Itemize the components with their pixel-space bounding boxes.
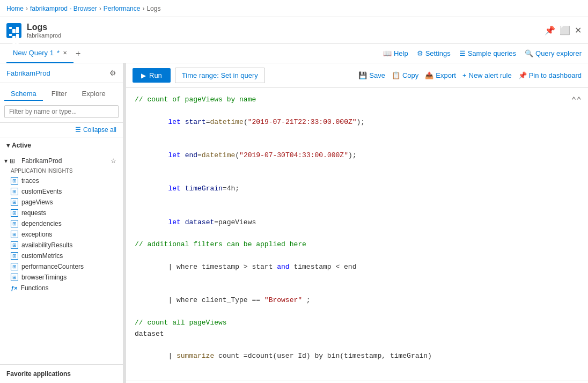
- table-icon: ⊞: [11, 220, 18, 227]
- fabrikam-group: ▾ ⊞ FabrikamProd ☆ APPLICATION INSIGHTS …: [0, 153, 123, 296]
- favorite-apps-section: Favorite applications: [0, 364, 123, 383]
- sidebar-item-requests[interactable]: ⊞ requests: [4, 208, 123, 218]
- new-alert-button[interactable]: + New alert rule: [462, 71, 512, 79]
- schema-tab[interactable]: Schema: [4, 87, 43, 101]
- collapse-all-button[interactable]: ☰ Collapse all: [0, 123, 123, 137]
- favorite-star-icon[interactable]: ☆: [111, 157, 116, 165]
- sidebar-header: FabrikamProd ⚙: [0, 63, 123, 83]
- help-button[interactable]: 📖 Help: [383, 49, 408, 57]
- tab-bar-actions: 📖 Help ⚙ Settings ☰ Sample queries 🔍 Que…: [383, 49, 582, 57]
- time-range-button[interactable]: Time range: Set in query: [175, 68, 265, 83]
- query-explorer-button[interactable]: 🔍 Query explorer: [525, 49, 582, 57]
- toolbar-right-actions: 💾 Save 📋 Copy 📤 Export + New alert rule …: [358, 71, 582, 79]
- time-range-prefix: Time range:: [182, 71, 219, 79]
- sidebar-item-functions[interactable]: ƒ× Functions: [4, 283, 123, 293]
- code-line-2: let start=datetime("2019-07-21T22:33:00.…: [135, 106, 579, 139]
- code-line-6: // additional filters can be applied her…: [135, 239, 579, 251]
- code-line-1: // count of pageViews by name: [135, 94, 579, 106]
- sidebar-item-traces[interactable]: ⊞ traces: [4, 175, 123, 186]
- results-bar: Completed 🕐 00:00:03.968 ⊞ 51 records 🗑: [126, 380, 588, 383]
- fabrikam-group-header[interactable]: ▾ ⊞ FabrikamProd ☆: [0, 156, 123, 166]
- settings-button[interactable]: ⚙ Settings: [417, 49, 451, 57]
- item-label: traces: [21, 177, 39, 185]
- alert-icon: +: [462, 71, 467, 79]
- table-icon: ⊞: [11, 263, 18, 270]
- sidebar-item-pageviews[interactable]: ⊞ pageViews: [4, 197, 123, 208]
- explore-tab[interactable]: Explore: [76, 87, 112, 101]
- search-input[interactable]: [4, 105, 119, 118]
- breadcrumb-sep1: ›: [26, 5, 28, 12]
- filter-tab[interactable]: Filter: [45, 87, 74, 101]
- save-button[interactable]: 💾 Save: [358, 71, 385, 79]
- app-title-text: Logs fabrikamprod: [27, 23, 61, 39]
- query-tab-1[interactable]: New Query 1 * ✕: [6, 44, 74, 63]
- copy-icon: 📋: [392, 71, 400, 79]
- group-database-icon: ⊞: [10, 157, 15, 165]
- code-line-11: | summarize count =dcount(user Id) by bi…: [135, 340, 579, 373]
- sidebar-item-availabilityresults[interactable]: ⊞ availabilityResults: [4, 240, 123, 251]
- query-explorer-icon: 🔍: [525, 49, 533, 57]
- collapse-all-label: Collapse all: [83, 126, 116, 134]
- play-icon: ▶: [141, 72, 146, 79]
- app-title: Logs: [27, 23, 61, 32]
- settings-icon: ⚙: [417, 49, 423, 57]
- breadcrumb-performance[interactable]: Performance: [104, 5, 141, 12]
- table-icon: ⊞: [11, 274, 18, 281]
- code-collapse-button[interactable]: ⌃⌃: [571, 94, 582, 108]
- add-tab-button[interactable]: +: [76, 49, 80, 58]
- main-content: FabrikamProd ⚙ Schema Filter Explore ☰ C…: [0, 63, 588, 383]
- export-button[interactable]: 📤 Export: [425, 71, 456, 79]
- sample-queries-icon: ☰: [459, 49, 466, 57]
- breadcrumb: Home › fabrikamprod - Browser › Performa…: [6, 5, 160, 12]
- table-icon: ⊞: [11, 177, 18, 185]
- breadcrumb-current: Logs: [146, 5, 160, 12]
- app-title-left: Logs fabrikamprod: [6, 23, 61, 39]
- item-label: availabilityResults: [21, 241, 72, 249]
- table-icon: ⊞: [11, 198, 18, 206]
- sidebar-item-exceptions[interactable]: ⊞ exceptions: [4, 229, 123, 240]
- sidebar-item-customevents[interactable]: ⊞ customEvents: [4, 186, 123, 197]
- help-icon: 📖: [383, 49, 392, 57]
- sidebar-item-performancecounters[interactable]: ⊞ performanceCounters: [4, 261, 123, 272]
- breadcrumb-sep3: ›: [142, 5, 144, 12]
- item-label: requests: [21, 209, 46, 217]
- breadcrumb-fabrikam[interactable]: fabrikamprod - Browser: [30, 5, 97, 12]
- breadcrumb-home[interactable]: Home: [6, 5, 24, 12]
- pin-dashboard-button[interactable]: 📌 Pin to dashboard: [518, 71, 582, 79]
- filter-icon[interactable]: ⚙: [109, 69, 116, 77]
- query-panel: ▶ Run Time range: Set in query 💾 Save 📋 …: [126, 63, 588, 383]
- run-button[interactable]: ▶ Run: [133, 68, 171, 83]
- chevron-down-icon: ▾: [6, 142, 10, 149]
- tab-modified-indicator: *: [57, 49, 60, 57]
- sidebar-item-custommetrics[interactable]: ⊞ customMetrics: [4, 251, 123, 261]
- resource-name[interactable]: FabrikamProd: [6, 69, 50, 77]
- item-label: pageViews: [21, 198, 53, 206]
- run-label: Run: [149, 71, 162, 79]
- app-logo: [6, 23, 21, 38]
- copy-button[interactable]: 📋 Copy: [392, 71, 418, 79]
- tab-label: New Query 1: [13, 49, 54, 57]
- query-toolbar: ▶ Run Time range: Set in query 💾 Save 📋 …: [126, 63, 588, 88]
- item-label: exceptions: [21, 231, 52, 238]
- sidebar-item-dependencies[interactable]: ⊞ dependencies: [4, 218, 123, 229]
- item-label: customEvents: [21, 188, 62, 195]
- pin-icon: 📌: [518, 71, 527, 79]
- close-window-button[interactable]: ✕: [575, 25, 582, 35]
- item-label: dependencies: [21, 220, 62, 227]
- code-editor[interactable]: ⌃⌃ // count of pageViews by name let sta…: [126, 88, 588, 380]
- sidebar-item-browsertimings[interactable]: ⊞ browserTimings: [4, 272, 123, 283]
- table-icon: ⊞: [11, 252, 18, 260]
- maximize-window-button[interactable]: ⬜: [560, 25, 570, 35]
- collapse-all-icon: ☰: [75, 126, 81, 134]
- table-icon: ⊞: [11, 231, 18, 238]
- pin-window-button[interactable]: 📌: [545, 25, 555, 35]
- app-insights-label: APPLICATION INSIGHTS: [11, 168, 72, 174]
- code-line-5: let dataset=pageViews: [135, 206, 579, 239]
- sample-queries-button[interactable]: ☰ Sample queries: [459, 49, 516, 57]
- code-line-7: | where timestamp > start and timestamp …: [135, 251, 579, 284]
- breadcrumb-bar: Home › fabrikamprod - Browser › Performa…: [0, 0, 588, 17]
- sidebar: FabrikamProd ⚙ Schema Filter Explore ☰ C…: [0, 63, 123, 383]
- app-subtitle: fabrikamprod: [27, 32, 61, 39]
- tab-close-button[interactable]: ✕: [63, 50, 67, 56]
- sidebar-search-area: [0, 101, 123, 123]
